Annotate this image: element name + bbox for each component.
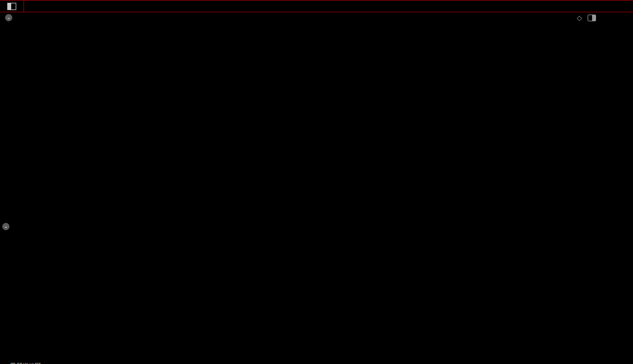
indicator-header: ⌄ [2,223,16,230]
chevron-down-icon[interactable]: ⌄ [2,223,10,230]
trading-app-window: ⌄ ◇ ⌄ ◇ 股朋指标网 [0,0,633,364]
next-panel-clipped-text: ◇ 股朋指标网 [3,362,41,364]
partially-visible-next-panel: ◇ 股朋指标网 [0,362,633,364]
